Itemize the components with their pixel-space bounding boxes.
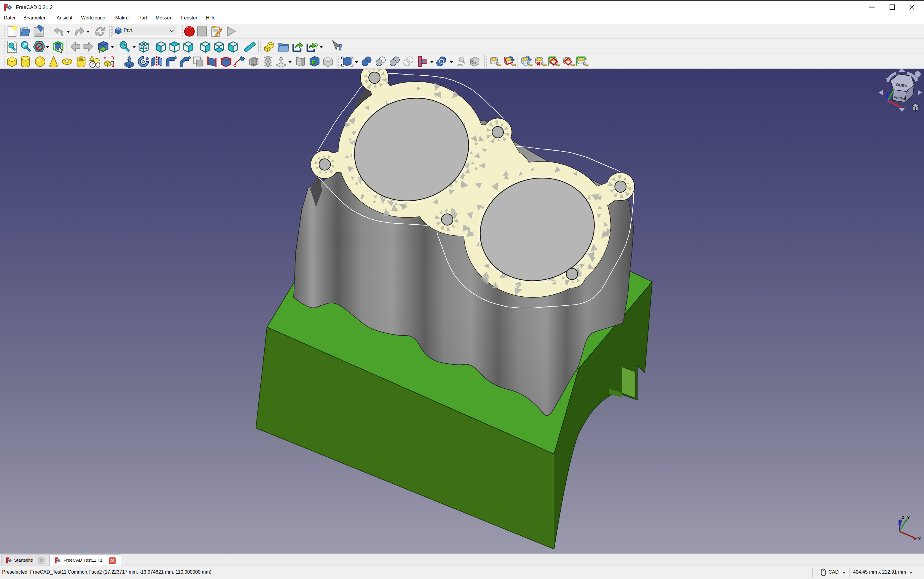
svg-text:Z: Z — [901, 515, 904, 520]
svg-text:Y: Y — [907, 515, 910, 520]
svg-text:?: ? — [337, 43, 343, 52]
svg-text:X: X — [918, 536, 921, 541]
